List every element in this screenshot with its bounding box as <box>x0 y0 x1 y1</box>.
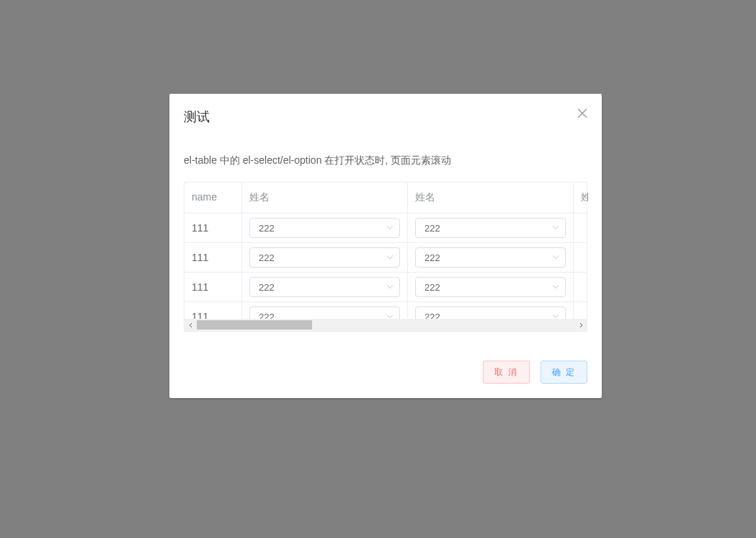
select-input[interactable]: 222 <box>249 218 400 238</box>
cell-select-1: 222 <box>242 243 408 272</box>
select-value: 222 <box>259 282 275 293</box>
scrollbar-thumb[interactable] <box>197 320 312 330</box>
dialog-header: 测试 <box>169 94 602 133</box>
table-row: 111 222 222 <box>184 273 587 302</box>
select-value: 222 <box>259 223 275 234</box>
column-header-name: name <box>184 182 242 213</box>
select-input[interactable]: 222 <box>249 307 400 319</box>
chevron-down-icon <box>386 312 393 319</box>
select-input[interactable]: 222 <box>249 277 400 297</box>
cell-name: 111 <box>184 243 242 272</box>
chevron-down-icon <box>386 252 393 263</box>
column-header-xingming-2: 姓名 <box>408 182 574 213</box>
chevron-down-icon <box>552 312 559 319</box>
cell-select-1: 222 <box>242 302 408 319</box>
chevron-down-icon <box>386 223 393 234</box>
dialog-body: el-table 中的 el-select/el-option 在打开状态时, … <box>169 133 602 353</box>
cell-select-2: 222 <box>408 302 574 319</box>
scrollbar-track[interactable] <box>197 319 574 331</box>
select-input[interactable]: 222 <box>415 277 566 297</box>
scroll-left-arrow-icon[interactable] <box>184 319 197 331</box>
select-value: 222 <box>259 312 275 319</box>
column-header-cut: 姓 <box>574 182 588 213</box>
chevron-down-icon <box>552 252 559 263</box>
chevron-down-icon <box>552 282 559 293</box>
chevron-down-icon <box>386 282 393 293</box>
dialog-title: 测试 <box>184 110 210 124</box>
close-button[interactable] <box>577 108 587 118</box>
chevron-down-icon <box>552 223 559 234</box>
select-value: 222 <box>424 252 440 263</box>
select-input[interactable]: 222 <box>415 218 566 238</box>
table-body-scroll[interactable]: 111 222 222 <box>184 213 587 319</box>
cell-name: 111 <box>184 273 242 301</box>
close-icon <box>577 108 587 118</box>
intro-text: el-table 中的 el-select/el-option 在打开状态时, … <box>184 154 587 167</box>
table-header-row: name 姓名 姓名 姓 <box>184 182 587 213</box>
cell-select-2: 222 <box>408 243 574 272</box>
confirm-button[interactable]: 确 定 <box>541 361 587 384</box>
dialog: 测试 el-table 中的 el-select/el-option 在打开状态… <box>169 94 602 398</box>
cell-select-1: 222 <box>242 273 408 301</box>
select-value: 222 <box>424 223 440 234</box>
dialog-footer: 取 消 确 定 <box>169 353 602 398</box>
cell-cut <box>574 302 587 319</box>
cell-select-1: 222 <box>242 213 408 242</box>
cell-cut <box>574 273 587 301</box>
cell-select-2: 222 <box>408 213 574 242</box>
select-value: 222 <box>259 252 275 263</box>
select-value: 222 <box>424 282 440 293</box>
select-input[interactable]: 222 <box>249 247 400 268</box>
table-row: 111 222 222 <box>184 302 587 319</box>
select-input[interactable]: 222 <box>415 307 566 319</box>
select-input[interactable]: 222 <box>415 247 566 268</box>
table-row: 111 222 222 <box>184 243 587 273</box>
cell-name: 111 <box>184 213 242 242</box>
table: name 姓名 姓名 姓 111 222 <box>184 182 587 332</box>
cell-select-2: 222 <box>408 273 574 301</box>
select-value: 222 <box>424 312 440 319</box>
cell-name: 111 <box>184 302 242 319</box>
cell-cut <box>574 243 587 272</box>
cancel-button[interactable]: 取 消 <box>483 361 530 384</box>
column-header-xingming-1: 姓名 <box>242 182 408 213</box>
cell-cut <box>574 213 587 242</box>
horizontal-scrollbar[interactable] <box>184 319 587 331</box>
table-row: 111 222 222 <box>184 213 587 243</box>
scroll-right-arrow-icon[interactable] <box>574 319 587 331</box>
